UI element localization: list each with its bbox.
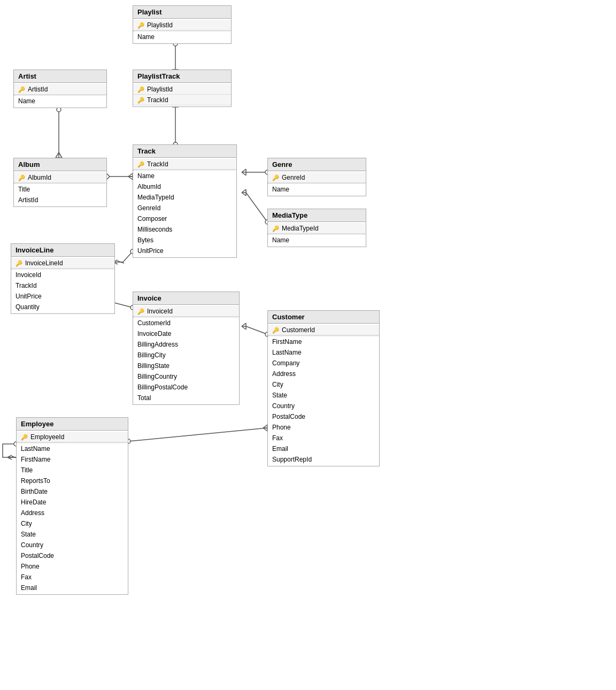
svg-text:🔑: 🔑: [18, 86, 26, 93]
table-customer: Customer 🔑 CustomerId FirstName LastName…: [267, 310, 380, 466]
field-title: Title: [17, 465, 128, 476]
field-customerid: 🔑 CustomerId: [268, 325, 379, 335]
field-bytes: Bytes: [133, 235, 236, 246]
field-lastname: LastName: [17, 443, 128, 454]
field-invoicelineid: 🔑 InvoiceLineId: [11, 258, 114, 269]
field-firstname: FirstName: [268, 336, 379, 347]
field-fax: Fax: [268, 433, 379, 443]
table-genre-header: Genre: [268, 158, 366, 171]
er-diagram: Playlist 🔑 PlaylistId Name PlaylistTrack…: [0, 0, 616, 690]
field-lastname: LastName: [268, 347, 379, 358]
field-country: Country: [268, 401, 379, 411]
field-albumid: 🔑 AlbumId: [14, 172, 106, 183]
svg-text:🔑: 🔑: [272, 327, 280, 334]
field-trackid: 🔑 TrackId: [133, 159, 236, 170]
table-invoiceline-header: InvoiceLine: [11, 244, 114, 257]
field-firstname: FirstName: [17, 454, 128, 465]
field-name: Name: [133, 32, 231, 42]
svg-text:🔑: 🔑: [137, 97, 145, 104]
field-total: Total: [133, 393, 239, 403]
svg-text:🔑: 🔑: [16, 260, 23, 267]
svg-line-31: [123, 251, 133, 262]
field-state: State: [17, 529, 128, 540]
field-billingstate: BillingState: [133, 361, 239, 371]
field-genreid: 🔑 GenreId: [268, 172, 366, 183]
table-artist: Artist 🔑 ArtistId Name: [13, 70, 107, 108]
svg-line-47: [242, 326, 246, 329]
field-artistid-fk: ArtistId: [14, 195, 106, 205]
field-postalcode: PostalCode: [17, 550, 128, 561]
field-reportsto: ReportsTo: [17, 476, 128, 486]
field-invoicedate: InvoiceDate: [133, 328, 239, 339]
field-mediatypeid: 🔑 MediaTypeId: [268, 223, 366, 234]
svg-text:🔑: 🔑: [272, 225, 280, 232]
table-playlisttrack-header: PlaylistTrack: [133, 70, 231, 83]
field-city: City: [268, 379, 379, 390]
field-trackid-pk: 🔑 TrackId: [133, 95, 231, 105]
field-employeeid: 🔑 EmployeeId: [17, 432, 128, 442]
svg-line-32: [118, 261, 124, 263]
field-unitprice: UnitPrice: [133, 246, 236, 256]
field-name: Name: [268, 235, 366, 246]
field-billingcountry: BillingCountry: [133, 371, 239, 382]
table-track-header: Track: [133, 145, 236, 158]
svg-text:🔑: 🔑: [137, 308, 145, 315]
field-billingpostalcode: BillingPostalCode: [133, 382, 239, 393]
field-customerid-fk: CustomerId: [133, 318, 239, 328]
field-billingaddress: BillingAddress: [133, 339, 239, 350]
svg-line-53: [7, 457, 12, 459]
svg-text:🔑: 🔑: [137, 161, 145, 168]
field-playlistid: 🔑 PlaylistId: [133, 20, 231, 30]
field-supportrepid-fk: SupportRepId: [268, 454, 379, 465]
svg-line-58: [263, 425, 267, 428]
table-invoiceline: InvoiceLine 🔑 InvoiceLineId InvoiceId Tr…: [11, 243, 115, 314]
field-playlistid-pk: 🔑 PlaylistId: [133, 84, 231, 95]
table-mediatype-header: MediaType: [268, 209, 366, 222]
svg-line-29: [242, 193, 246, 196]
field-billingcity: BillingCity: [133, 350, 239, 361]
field-state: State: [268, 390, 379, 401]
field-address: Address: [268, 369, 379, 379]
field-address: Address: [17, 508, 128, 518]
table-album-header: Album: [14, 158, 106, 171]
svg-text:🔑: 🔑: [137, 22, 145, 29]
svg-line-23: [242, 172, 246, 175]
field-postalcode: PostalCode: [268, 411, 379, 422]
table-genre: Genre 🔑 GenreId Name: [267, 158, 366, 196]
table-track: Track 🔑 TrackId Name AlbumId MediaTypeId…: [133, 144, 237, 258]
field-fax: Fax: [17, 572, 128, 582]
svg-line-54: [128, 428, 267, 441]
table-invoice: Invoice 🔑 InvoiceId CustomerId InvoiceDa…: [133, 292, 240, 405]
field-mediatypeid-fk: MediaTypeId: [133, 192, 236, 203]
field-birthdate: BirthDate: [17, 486, 128, 497]
svg-line-11: [56, 152, 59, 158]
field-milliseconds: Milliseconds: [133, 224, 236, 235]
field-quantity: Quantity: [11, 302, 114, 312]
field-city: City: [17, 518, 128, 529]
field-title: Title: [14, 184, 106, 195]
svg-text:🔑: 🔑: [272, 174, 280, 181]
field-email: Email: [17, 582, 128, 593]
table-playlist-header: Playlist: [133, 6, 231, 19]
field-name: Name: [268, 184, 366, 195]
field-genreid-fk: GenreId: [133, 203, 236, 213]
svg-line-28: [242, 189, 246, 193]
field-artistid: 🔑 ArtistId: [14, 84, 106, 95]
table-employee-header: Employee: [17, 418, 128, 431]
svg-line-12: [59, 152, 62, 158]
svg-line-37: [112, 302, 133, 308]
svg-line-25: [246, 193, 267, 222]
table-playlist: Playlist 🔑 PlaylistId Name: [133, 5, 232, 44]
svg-line-17: [128, 173, 133, 177]
svg-line-46: [242, 323, 246, 326]
field-hiredate: HireDate: [17, 497, 128, 508]
field-email: Email: [268, 443, 379, 454]
table-artist-header: Artist: [14, 70, 106, 83]
field-phone: Phone: [268, 422, 379, 433]
svg-line-43: [246, 326, 267, 334]
svg-text:🔑: 🔑: [21, 434, 28, 441]
field-company: Company: [268, 358, 379, 369]
table-mediatype: MediaType 🔑 MediaTypeId Name: [267, 209, 366, 247]
field-phone: Phone: [17, 561, 128, 572]
field-trackid-fk: TrackId: [11, 280, 114, 291]
